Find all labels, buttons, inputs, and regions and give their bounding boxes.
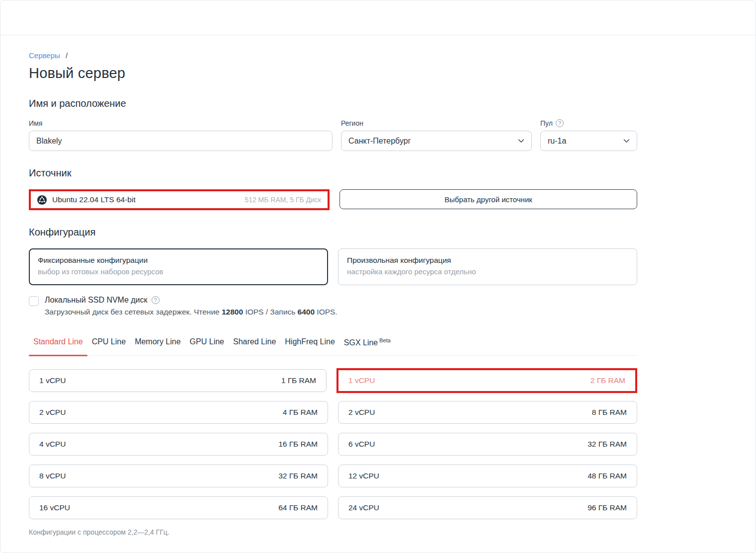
- pool-select[interactable]: ru-1a: [540, 131, 637, 151]
- plan-ram: 8 ГБ RAM: [592, 408, 627, 417]
- fixed-configuration-subtitle: выбор из готовых наборов ресурсов: [38, 267, 319, 276]
- pool-help-icon[interactable]: [556, 119, 564, 127]
- name-location-form: Имя Регион Санкт-Петербург Пул ru-: [29, 119, 637, 151]
- local-ssd-checkbox[interactable]: [29, 296, 39, 306]
- plan-option-24vcpu-96gb[interactable]: 24 vCPU 96 ГБ RAM: [338, 496, 637, 519]
- plan-option-6vcpu-32gb[interactable]: 6 vCPU 32 ГБ RAM: [338, 433, 637, 456]
- tab-label: GPU Line: [190, 337, 224, 346]
- plan-option-12vcpu-48gb[interactable]: 12 vCPU 48 ГБ RAM: [338, 465, 637, 487]
- tab-highfreq-line[interactable]: HighFreq Line: [280, 335, 339, 355]
- plan-option-1vcpu-2gb-selected[interactable]: 1 vCPU 2 ГБ RAM: [336, 368, 637, 393]
- plan-ram: 2 ГБ RAM: [590, 376, 625, 385]
- tab-memory-line[interactable]: Memory Line: [130, 335, 185, 355]
- tab-label: CPU Line: [92, 337, 126, 346]
- plan-cpu: 2 vCPU: [39, 408, 66, 417]
- region-selected-value: Санкт-Петербург: [348, 137, 411, 146]
- plan-cpu: 1 vCPU: [348, 376, 375, 385]
- section-heading-name-location: Имя и расположение: [29, 98, 637, 109]
- plan-row: 2 vCPU 4 ГБ RAM 2 vCPU 8 ГБ RAM: [29, 401, 637, 424]
- custom-configuration-title: Произвольная конфигурация: [347, 256, 628, 265]
- plan-cpu: 1 vCPU: [39, 376, 66, 385]
- region-select[interactable]: Санкт-Петербург: [341, 131, 532, 151]
- section-heading-source: Источник: [29, 167, 637, 179]
- plan-option-8vcpu-32gb[interactable]: 8 vCPU 32 ГБ RAM: [29, 465, 328, 487]
- plan-cpu: 8 vCPU: [39, 472, 66, 480]
- ssd-desc-middle: IOPS / Запись: [243, 308, 297, 316]
- plan-row: 1 vCPU 1 ГБ RAM 1 vCPU 2 ГБ RAM: [29, 369, 637, 392]
- breadcrumb: Серверы /: [29, 35, 637, 60]
- local-ssd-description: Загрузочный диск без сетевых задержек. Ч…: [45, 308, 337, 316]
- custom-configuration-subtitle: настройка каждого ресурса отдельно: [347, 267, 628, 276]
- plan-cpu: 6 vCPU: [348, 440, 375, 449]
- tab-standard-line[interactable]: Standard Line: [29, 335, 87, 355]
- breadcrumb-separator: /: [66, 51, 68, 60]
- plan-ram: 64 ГБ RAM: [278, 503, 318, 512]
- plan-option-1vcpu-1gb[interactable]: 1 vCPU 1 ГБ RAM: [29, 369, 327, 392]
- name-label: Имя: [29, 119, 333, 127]
- plan-ram: 48 ГБ RAM: [588, 472, 627, 480]
- plan-row: 8 vCPU 32 ГБ RAM 12 vCPU 48 ГБ RAM: [29, 465, 637, 487]
- section-heading-configuration: Конфигурация: [29, 227, 637, 238]
- plan-option-2vcpu-8gb[interactable]: 2 vCPU 8 ГБ RAM: [338, 401, 637, 424]
- top-bar: [0, 0, 756, 35]
- fixed-configuration-card[interactable]: Фиксированные конфигурации выбор из гото…: [29, 248, 328, 285]
- ssd-desc-suffix: IOPS.: [315, 308, 337, 316]
- plan-row: 4 vCPU 16 ГБ RAM 6 vCPU 32 ГБ RAM: [29, 433, 637, 456]
- pool-selected-value: ru-1a: [548, 137, 566, 146]
- configuration-type-cards: Фиксированные конфигурации выбор из гото…: [29, 248, 637, 285]
- tab-shared-line[interactable]: Shared Line: [229, 335, 280, 355]
- plan-ram: 4 ГБ RAM: [283, 408, 318, 417]
- plan-ram: 32 ГБ RAM: [278, 472, 318, 480]
- tab-cpu-line[interactable]: CPU Line: [87, 335, 130, 355]
- line-tabs: Standard Line CPU Line Memory Line GPU L…: [29, 335, 637, 356]
- plan-option-16vcpu-64gb[interactable]: 16 vCPU 64 ГБ RAM: [29, 496, 328, 519]
- source-name: Ubuntu 22.04 LTS 64-bit: [52, 195, 136, 204]
- plan-ram: 1 ГБ RAM: [281, 376, 316, 385]
- server-name-input[interactable]: [29, 131, 333, 151]
- pool-field-group: Пул ru-1a: [540, 119, 637, 151]
- plan-row: 16 vCPU 64 ГБ RAM 24 vCPU 96 ГБ RAM: [29, 496, 637, 519]
- tab-label: Memory Line: [135, 337, 180, 346]
- page-title: Новый сервер: [29, 65, 637, 81]
- choose-other-source-button[interactable]: Выбрать другой источник: [339, 189, 637, 209]
- plan-ram: 96 ГБ RAM: [588, 503, 627, 512]
- local-ssd-label: Локальный SSD NVMe диск: [45, 296, 148, 305]
- ssd-desc-prefix: Загрузочный диск без сетевых задержек. Ч…: [45, 308, 222, 316]
- name-field-group: Имя: [29, 119, 333, 151]
- tab-label: Standard Line: [33, 337, 83, 346]
- plans-footnote: Конфигурации с процессором 2,2—2,4 ГГц.: [29, 528, 637, 536]
- local-ssd-help-icon[interactable]: [152, 296, 160, 304]
- tab-sgx-line[interactable]: SGX LineBeta: [339, 335, 395, 355]
- custom-configuration-card[interactable]: Произвольная конфигурация настройка кажд…: [338, 248, 637, 285]
- tab-label: SGX Line: [344, 338, 378, 347]
- pool-label: Пул: [540, 119, 553, 127]
- plan-cpu: 12 vCPU: [348, 472, 379, 480]
- source-specs: 512 МБ RAM, 5 ГБ Диск: [245, 196, 321, 204]
- new-server-page: Серверы / Новый сервер Имя и расположени…: [0, 0, 756, 553]
- fixed-configuration-title: Фиксированные конфигурации: [38, 256, 319, 265]
- ssd-write-iops: 6400: [298, 308, 315, 316]
- plan-cpu: 16 vCPU: [39, 503, 70, 512]
- plan-cpu: 2 vCPU: [348, 408, 375, 417]
- region-label: Регион: [341, 119, 532, 127]
- tab-gpu-line[interactable]: GPU Line: [185, 335, 229, 355]
- plan-cpu: 4 vCPU: [39, 440, 66, 449]
- chevron-down-icon: [518, 139, 524, 143]
- region-field-group: Регион Санкт-Петербург: [341, 119, 532, 151]
- selected-source-card[interactable]: Ubuntu 22.04 LTS 64-bit 512 МБ RAM, 5 ГБ…: [31, 191, 328, 208]
- local-ssd-text: Локальный SSD NVMe диск Загрузочный диск…: [45, 296, 337, 316]
- source-row: Ubuntu 22.04 LTS 64-bit 512 МБ RAM, 5 ГБ…: [29, 189, 637, 210]
- tab-label: HighFreq Line: [285, 337, 335, 346]
- annotation-box-source: Ubuntu 22.04 LTS 64-bit 512 МБ RAM, 5 ГБ…: [29, 189, 330, 210]
- plan-grid: 1 vCPU 1 ГБ RAM 1 vCPU 2 ГБ RAM 2 vCPU 4…: [29, 369, 637, 519]
- ubuntu-logo-icon: [37, 195, 47, 205]
- beta-badge: Beta: [379, 337, 391, 343]
- breadcrumb-servers-link[interactable]: Серверы: [29, 51, 60, 60]
- plan-option-2vcpu-4gb[interactable]: 2 vCPU 4 ГБ RAM: [29, 401, 328, 424]
- ssd-read-iops: 12800: [222, 308, 243, 316]
- plan-ram: 16 ГБ RAM: [278, 440, 318, 449]
- plan-ram: 32 ГБ RAM: [588, 440, 627, 449]
- plan-cpu: 24 vCPU: [348, 503, 379, 512]
- plan-option-4vcpu-16gb[interactable]: 4 vCPU 16 ГБ RAM: [29, 433, 328, 456]
- local-ssd-option: Локальный SSD NVMe диск Загрузочный диск…: [29, 296, 637, 316]
